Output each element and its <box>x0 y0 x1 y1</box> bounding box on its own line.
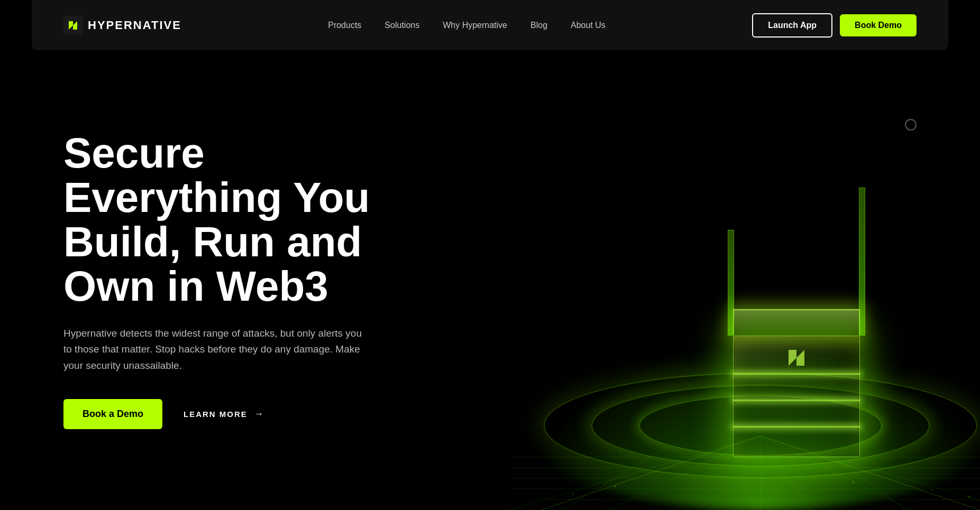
cube-layer-3 <box>733 373 860 375</box>
nav-links: Products Solutions Why Hypernative Blog … <box>328 21 606 30</box>
launch-app-button[interactable]: Launch App <box>752 13 832 38</box>
logo-icon <box>63 16 83 35</box>
svg-line-10 <box>761 436 911 510</box>
svg-point-20 <box>932 489 933 491</box>
svg-line-7 <box>610 436 761 510</box>
logo-text: HYPERNATIVE <box>88 18 181 32</box>
learn-more-label: LEARN MORE <box>184 410 248 419</box>
svg-point-19 <box>852 481 854 484</box>
svg-point-18 <box>694 478 695 479</box>
cube-top <box>733 309 860 336</box>
hero-content: Secure Everything You Build, Run and Own… <box>63 131 423 429</box>
cube-layer-2 <box>733 400 860 401</box>
svg-point-21 <box>572 494 574 495</box>
nav-item-blog[interactable]: Blog <box>530 21 547 30</box>
nav-item-solutions[interactable]: Solutions <box>384 21 419 30</box>
svg-point-22 <box>968 496 970 498</box>
svg-line-9 <box>761 436 811 510</box>
arrow-icon: → <box>254 409 264 420</box>
floor-grid <box>509 404 980 510</box>
nav-item-products[interactable]: Products <box>328 21 361 30</box>
svg-line-6 <box>509 436 761 510</box>
svg-point-17 <box>614 485 616 487</box>
hero-section: Secure Everything You Build, Run and Own… <box>0 50 980 510</box>
nav-item-about[interactable]: About Us <box>571 21 606 30</box>
learn-more-button[interactable]: LEARN MORE → <box>184 409 264 420</box>
svg-line-15 <box>541 436 761 510</box>
book-demo-nav-button[interactable]: Book Demo <box>840 14 917 36</box>
hero-actions: Book a Demo LEARN MORE → <box>63 399 423 429</box>
nav-item-why[interactable]: Why Hypernative <box>443 21 507 30</box>
hero-subtext: Hypernative detects the widest range of … <box>63 326 370 374</box>
nav-buttons: Launch App Book Demo <box>752 13 917 38</box>
logo[interactable]: HYPERNATIVE <box>63 16 181 35</box>
decoration-circle <box>905 119 917 131</box>
svg-line-8 <box>710 436 761 510</box>
hero-headline: Secure Everything You Build, Run and Own… <box>63 131 423 309</box>
navbar: HYPERNATIVE Products Solutions Why Hyper… <box>32 0 948 50</box>
svg-line-16 <box>761 436 980 510</box>
book-demo-hero-button[interactable]: Book a Demo <box>63 399 162 429</box>
